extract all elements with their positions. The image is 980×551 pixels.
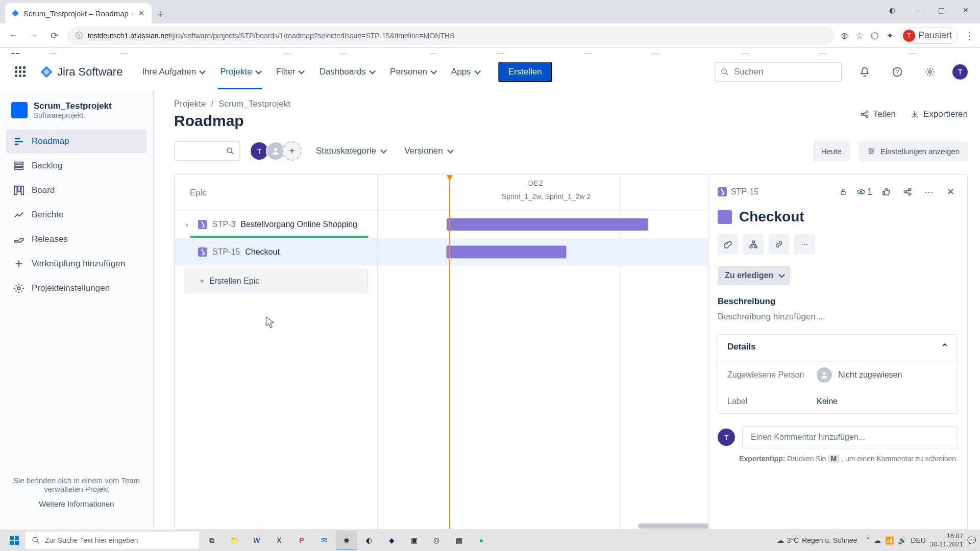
nav-your-work[interactable]: Ihre Aufgaben	[135, 54, 211, 89]
explorer-icon[interactable]: 📁	[224, 531, 245, 550]
language-indicator[interactable]: DEU	[911, 536, 926, 544]
create-epic-button[interactable]: + Erstellen Epic	[184, 269, 368, 293]
account-sync-icon[interactable]: ⬡	[871, 30, 879, 41]
issue-key-link[interactable]: STP-15	[718, 187, 758, 196]
create-button[interactable]: Erstellen	[498, 62, 552, 82]
epic-bar[interactable]	[447, 218, 648, 231]
add-people-button[interactable]: +	[282, 141, 302, 161]
close-icon[interactable]: ✕	[943, 184, 958, 199]
sidebar-item-roadmap[interactable]: Roadmap	[6, 130, 147, 153]
description-field[interactable]: Beschreibung hinzufügen ...	[718, 312, 958, 322]
label-field[interactable]: Label Keine	[718, 390, 958, 413]
nav-apps[interactable]: Apps	[444, 54, 486, 89]
user-avatar[interactable]: T	[952, 64, 968, 80]
nav-projects[interactable]: Projekte	[213, 54, 266, 89]
versions-filter[interactable]: Versionen	[399, 142, 457, 160]
assignee-field[interactable]: Zugewiesene Person Nicht zugewiesen	[718, 360, 958, 390]
excel-icon[interactable]: X	[268, 531, 290, 550]
nav-people[interactable]: Personen	[383, 54, 442, 89]
app-icon[interactable]: ◆	[381, 531, 402, 550]
obs-icon[interactable]: ◐	[358, 531, 380, 550]
account-icon[interactable]: ◐	[881, 3, 903, 18]
nav-filters[interactable]: Filter	[269, 54, 310, 89]
share-icon[interactable]	[900, 184, 915, 199]
window-close-icon[interactable]: ✕	[954, 3, 977, 18]
link-issue-button[interactable]	[769, 234, 789, 255]
sidebar-item-add-link[interactable]: Verknüpfung hinzufügen	[6, 252, 147, 276]
sidebar-item-project-settings[interactable]: Projekteinstellungen	[6, 277, 147, 300]
volume-icon[interactable]: 🔊	[898, 536, 906, 544]
project-header[interactable]: Scrum_Testprojekt Softwareprojekt	[6, 101, 147, 130]
address-bar[interactable]: ⓘ testdeutsch1.atlassian.net/jira/softwa…	[67, 27, 835, 45]
reload-icon[interactable]: ⟳	[47, 29, 61, 43]
notifications-icon[interactable]	[854, 62, 875, 82]
wifi-icon[interactable]: 📶	[885, 536, 894, 544]
epic-bar[interactable]	[447, 246, 566, 258]
status-category-filter[interactable]: Statuskategorie	[311, 142, 390, 160]
notepad-icon[interactable]: ▤	[448, 531, 470, 550]
attach-button[interactable]	[718, 234, 738, 255]
today-button[interactable]: Heute	[813, 141, 850, 161]
spotify-icon[interactable]: ●	[471, 531, 492, 550]
issue-title[interactable]: Checkout	[739, 209, 804, 225]
extensions-icon[interactable]: ✦	[886, 30, 894, 41]
onedrive-icon[interactable]: ☁	[874, 536, 881, 544]
epic-row[interactable]: STP-15 Checkout	[175, 238, 377, 266]
sidebar-item-releases[interactable]: Releases	[6, 228, 147, 251]
more-fields-button[interactable]: ⋯	[794, 234, 815, 255]
mail-icon[interactable]: ✉	[313, 531, 335, 550]
export-button[interactable]: Exportieren	[910, 109, 968, 119]
powerpoint-icon[interactable]: P	[291, 531, 312, 550]
more-actions-icon[interactable]: ⋯	[921, 184, 937, 199]
product-logo[interactable]: Jira Software	[40, 65, 122, 79]
add-child-button[interactable]	[743, 234, 764, 255]
minimize-icon[interactable]: —	[905, 3, 928, 18]
epic-color-swatch[interactable]	[718, 210, 732, 224]
word-icon[interactable]: W	[246, 531, 267, 550]
forward-icon[interactable]: →	[27, 29, 41, 43]
browser-tab[interactable]: Scrum_Testprojekt – Roadmap - ✕	[5, 3, 152, 23]
start-button[interactable]	[4, 531, 24, 550]
global-search[interactable]: Suchen	[715, 62, 842, 82]
back-icon[interactable]: ←	[6, 29, 20, 43]
sidebar-item-board[interactable]: Board	[6, 179, 147, 202]
more-info-link[interactable]: Weitere Informationen	[11, 499, 142, 508]
tab-close-icon[interactable]: ✕	[137, 9, 145, 17]
app-switcher-icon[interactable]	[12, 64, 28, 80]
help-icon[interactable]: ?	[887, 62, 908, 82]
horizontal-scrollbar[interactable]	[638, 523, 715, 529]
app-icon[interactable]: ▣	[403, 531, 425, 550]
edge-icon[interactable]: ◎	[426, 531, 447, 550]
settings-icon[interactable]	[920, 62, 940, 82]
status-dropdown[interactable]: Zu erledigen	[718, 266, 790, 285]
comment-row: T Einen Kommentar hinzufügen...	[718, 426, 958, 448]
chevron-right-icon[interactable]: ›	[186, 220, 193, 229]
view-settings-button[interactable]: Einstellungen anzeigen	[859, 141, 968, 161]
like-icon[interactable]	[878, 184, 894, 199]
zoom-icon[interactable]: ⊕	[841, 30, 848, 41]
new-tab-button[interactable]: +	[152, 5, 170, 23]
tray-chevron-icon[interactable]: ˄	[866, 536, 870, 544]
nav-dashboards[interactable]: Dashboards	[312, 54, 381, 89]
maximize-icon[interactable]: ▢	[930, 3, 952, 18]
sidebar-item-backlog[interactable]: Backlog	[6, 154, 147, 178]
epic-row[interactable]: › STP-3 Bestellvorgang Online Shopping	[175, 211, 377, 238]
details-box-header[interactable]: Details⌃	[718, 335, 958, 360]
weather-widget[interactable]: ☁3°CRegen u. Schnee	[777, 536, 857, 544]
clock[interactable]: 16:0730.11.2021	[930, 532, 963, 548]
action-center-icon[interactable]: 💬	[967, 536, 976, 544]
share-button[interactable]: Teilen	[860, 109, 896, 119]
sidebar-item-reports[interactable]: Berichte	[6, 203, 147, 227]
kebab-menu-icon[interactable]: ⋮	[965, 30, 974, 41]
profile-button[interactable]: T Pausiert	[901, 28, 958, 44]
task-view-icon[interactable]: ⧉	[201, 531, 223, 550]
bookmark-star-icon[interactable]: ☆	[855, 30, 864, 41]
roadmap-search[interactable]	[174, 141, 240, 161]
watch-button[interactable]: 1	[857, 184, 872, 199]
breadcrumb-item[interactable]: Projekte	[174, 99, 206, 109]
chrome-icon[interactable]: ◉	[336, 531, 357, 550]
comment-input[interactable]: Einen Kommentar hinzufügen...	[742, 426, 958, 448]
breadcrumb-item[interactable]: Scrum_Testprojekt	[218, 99, 290, 109]
taskbar-search[interactable]: Zur Suche Text hier eingeben	[26, 532, 199, 549]
lock-icon[interactable]	[836, 184, 851, 199]
